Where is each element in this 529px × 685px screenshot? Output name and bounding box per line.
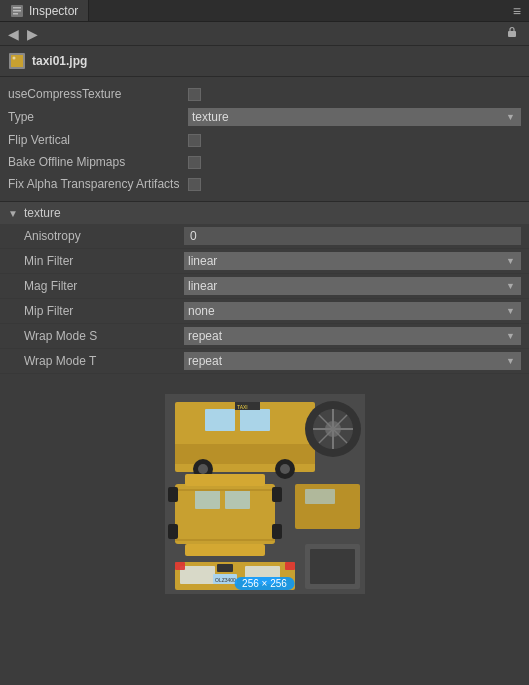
mag-filter-label: Mag Filter [24, 279, 184, 293]
bake-mipmaps-label: Bake Offline Mipmaps [8, 155, 188, 169]
svg-rect-45 [175, 562, 185, 570]
lock-button[interactable] [499, 23, 525, 44]
svg-rect-10 [205, 409, 235, 431]
svg-rect-35 [185, 474, 265, 486]
tab-bar: Inspector ≡ [0, 0, 529, 22]
texture-section-label: texture [24, 206, 61, 220]
fix-alpha-checkbox[interactable] [188, 178, 201, 191]
svg-point-16 [280, 464, 290, 474]
svg-point-7 [13, 57, 16, 60]
svg-point-14 [198, 464, 208, 474]
use-compress-texture-checkbox[interactable] [188, 88, 201, 101]
svg-rect-4 [508, 31, 516, 37]
type-value: texture cubemap 2d_array [188, 108, 521, 126]
bake-mipmaps-row: Bake Offline Mipmaps [0, 151, 529, 173]
svg-rect-33 [168, 524, 178, 539]
flip-vertical-value [188, 134, 521, 147]
type-select[interactable]: texture cubemap 2d_array [188, 108, 521, 126]
mag-filter-row: Mag Filter linear nearest [0, 274, 529, 299]
svg-rect-36 [185, 544, 265, 556]
svg-rect-38 [305, 489, 335, 504]
mip-filter-label: Mip Filter [24, 304, 184, 318]
svg-rect-34 [272, 524, 282, 539]
file-header: taxi01.jpg [0, 46, 529, 77]
taxi-sprite-svg: TAXI [165, 394, 365, 594]
type-select-wrapper: texture cubemap 2d_array [188, 108, 521, 126]
back-button[interactable]: ◀ [4, 24, 23, 44]
anisotropy-value [184, 227, 521, 245]
image-size-badge: 256 × 256 [234, 577, 295, 590]
flip-vertical-label: Flip Vertical [8, 133, 188, 147]
wrap-mode-s-select[interactable]: repeat clamp mirror [184, 327, 521, 345]
min-filter-value: linear nearest linear_mipmap_linear [184, 252, 521, 270]
bake-mipmaps-value [188, 156, 521, 169]
type-row: Type texture cubemap 2d_array [0, 105, 529, 129]
svg-text:OLZ3400: OLZ3400 [215, 577, 236, 583]
svg-rect-42 [217, 564, 233, 572]
wrap-mode-s-value: repeat clamp mirror [184, 327, 521, 345]
properties-section: useCompressTexture Type texture cubemap … [0, 77, 529, 202]
svg-rect-48 [310, 549, 355, 584]
anisotropy-input[interactable] [184, 227, 521, 245]
mip-filter-value: none linear nearest [184, 302, 521, 320]
svg-rect-11 [240, 409, 270, 431]
texture-section-content: Anisotropy Min Filter linear nearest lin… [0, 224, 529, 374]
preview-container: TAXI [165, 394, 365, 594]
svg-rect-27 [195, 489, 220, 509]
svg-rect-31 [168, 487, 178, 502]
mip-filter-row: Mip Filter none linear nearest [0, 299, 529, 324]
preview-area: TAXI [0, 374, 529, 614]
svg-rect-28 [225, 489, 250, 509]
svg-rect-32 [272, 487, 282, 502]
fix-alpha-value [188, 178, 521, 191]
mag-filter-value: linear nearest [184, 277, 521, 295]
svg-rect-30 [175, 539, 275, 541]
fix-alpha-label: Fix Alpha Transparency Artifacts [8, 177, 188, 191]
min-filter-row: Min Filter linear nearest linear_mipmap_… [0, 249, 529, 274]
section-arrow-icon: ▼ [8, 208, 18, 219]
wrap-mode-s-row: Wrap Mode S repeat clamp mirror [0, 324, 529, 349]
file-icon [8, 52, 26, 70]
flip-vertical-row: Flip Vertical [0, 129, 529, 151]
wrap-mode-t-label: Wrap Mode T [24, 354, 184, 368]
mag-filter-select[interactable]: linear nearest [184, 277, 521, 295]
anisotropy-label: Anisotropy [24, 229, 184, 243]
anisotropy-row: Anisotropy [0, 224, 529, 249]
svg-rect-29 [175, 489, 275, 491]
inspector-tab[interactable]: Inspector [0, 0, 89, 21]
wrap-mode-t-select[interactable]: repeat clamp mirror [184, 352, 521, 370]
use-compress-texture-label: useCompressTexture [8, 87, 188, 101]
min-filter-select[interactable]: linear nearest linear_mipmap_linear [184, 252, 521, 270]
flip-vertical-checkbox[interactable] [188, 134, 201, 147]
wrap-mode-t-value: repeat clamp mirror [184, 352, 521, 370]
bake-mipmaps-checkbox[interactable] [188, 156, 201, 169]
wrap-mode-s-label: Wrap Mode S [24, 329, 184, 343]
svg-rect-6 [11, 55, 23, 67]
svg-rect-40 [180, 566, 215, 584]
svg-rect-3 [13, 13, 18, 15]
fix-alpha-row: Fix Alpha Transparency Artifacts [0, 173, 529, 195]
tab-menu-button[interactable]: ≡ [505, 0, 529, 21]
texture-section-header[interactable]: ▼ texture [0, 202, 529, 224]
svg-rect-2 [13, 10, 21, 12]
use-compress-texture-value [188, 88, 521, 101]
inspector-tab-label: Inspector [29, 4, 78, 18]
type-label: Type [8, 110, 188, 124]
min-filter-label: Min Filter [24, 254, 184, 268]
preview-image: TAXI [165, 394, 365, 594]
mip-filter-select[interactable]: none linear nearest [184, 302, 521, 320]
inspector-tab-icon [10, 4, 24, 18]
svg-rect-46 [285, 562, 295, 570]
toolbar: ◀ ▶ [0, 22, 529, 46]
file-name: taxi01.jpg [32, 54, 87, 68]
svg-rect-1 [13, 7, 21, 9]
svg-rect-12 [175, 444, 315, 464]
svg-text:TAXI: TAXI [237, 404, 248, 410]
use-compress-texture-row: useCompressTexture [0, 83, 529, 105]
forward-button[interactable]: ▶ [23, 24, 42, 44]
wrap-mode-t-row: Wrap Mode T repeat clamp mirror [0, 349, 529, 374]
